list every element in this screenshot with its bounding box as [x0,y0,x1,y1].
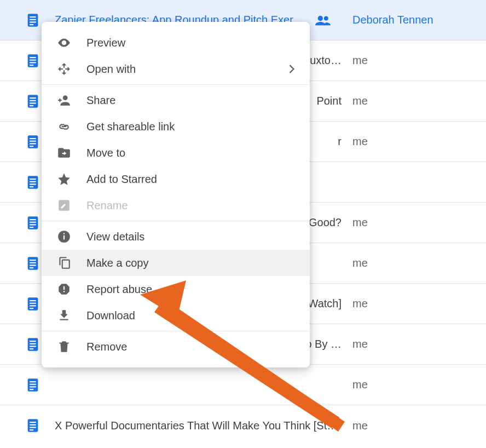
svg-rect-61 [63,236,65,240]
svg-rect-29 [30,221,36,222]
svg-rect-43 [30,341,36,342]
svg-rect-9 [30,59,36,60]
menu-item-preview[interactable]: Preview [42,30,310,56]
svg-rect-46 [30,348,33,349]
menu-label: Remove [86,341,294,353]
svg-rect-20 [30,143,36,144]
menu-item-remove[interactable]: Remove [42,334,310,360]
context-menu: Preview Open with Share Get shareable li… [42,22,310,367]
eye-icon [57,36,71,50]
menu-item-download[interactable]: Download [42,302,310,329]
svg-rect-33 [30,260,36,261]
doc-icon [25,377,40,393]
menu-label: Rename [86,199,294,212]
copy-icon [57,256,71,270]
menu-label: Open with [86,63,289,76]
svg-rect-63 [63,286,65,290]
menu-item-rename: Rename [42,192,310,219]
file-owner: me [352,338,473,351]
svg-rect-16 [30,105,33,106]
file-owner: me [352,216,473,229]
file-owner: me [352,95,473,107]
menu-item-share[interactable]: Share [42,87,310,113]
menu-item-view-details[interactable]: View details [42,223,310,250]
link-icon [57,119,71,134]
svg-rect-39 [30,302,36,303]
folder-move-icon [57,146,71,160]
svg-rect-62 [63,233,65,234]
menu-item-get-link[interactable]: Get shareable link [42,113,310,140]
svg-rect-4 [30,24,33,25]
file-owner: me [352,135,473,148]
svg-rect-41 [30,308,33,309]
svg-rect-36 [30,267,33,268]
svg-rect-53 [30,422,36,423]
svg-rect-35 [30,265,36,266]
file-owner: Deborah Tennen [352,14,473,26]
file-row[interactable]: me [0,365,486,405]
svg-rect-21 [30,146,33,147]
star-icon [57,172,71,186]
svg-rect-19 [30,140,36,141]
trash-icon [57,340,71,354]
svg-rect-8 [30,57,36,58]
svg-rect-11 [30,65,33,66]
svg-point-58 [63,95,68,100]
menu-label: Add to Starred [86,173,294,186]
svg-point-5 [318,15,323,20]
menu-label: Get shareable link [86,120,294,133]
menu-label: Move to [86,147,294,159]
svg-rect-50 [30,386,36,387]
svg-rect-54 [30,424,36,426]
menu-divider [42,221,310,221]
svg-rect-1 [30,16,36,18]
svg-rect-48 [30,381,36,382]
menu-item-report-abuse[interactable]: Report abuse [42,276,310,302]
svg-rect-23 [30,179,36,180]
doc-icon [25,418,40,433]
svg-rect-49 [30,383,36,384]
svg-point-6 [324,16,328,20]
info-icon [57,229,71,244]
svg-point-57 [63,42,65,44]
menu-item-open-with[interactable]: Open with [42,56,310,82]
menu-label: Preview [86,37,294,49]
menu-label: View details [86,231,294,243]
svg-rect-14 [30,100,36,101]
svg-rect-2 [30,19,36,20]
file-owner: me [352,257,473,269]
file-owner: me [352,420,473,432]
svg-rect-24 [30,181,36,182]
doc-icon [25,175,40,190]
menu-divider [42,84,310,85]
svg-rect-18 [30,138,36,139]
svg-rect-56 [30,429,33,430]
svg-rect-34 [30,262,36,263]
svg-rect-51 [30,389,33,390]
doc-icon [25,337,40,352]
menu-item-add-star[interactable]: Add to Starred [42,166,310,192]
svg-rect-26 [30,186,33,187]
doc-icon [25,134,40,150]
file-owner: me [352,378,473,391]
svg-rect-15 [30,102,36,104]
menu-item-make-copy[interactable]: Make a copy [42,250,310,276]
svg-rect-65 [60,319,68,320]
rename-icon [57,198,71,212]
svg-rect-40 [30,305,36,306]
report-icon [57,282,71,296]
doc-icon [25,13,40,28]
svg-rect-31 [30,227,33,228]
menu-item-move-to[interactable]: Move to [42,140,310,166]
chevron-right-icon [289,65,294,73]
doc-icon [25,53,40,68]
svg-rect-55 [30,427,36,428]
doc-icon [25,215,40,231]
svg-rect-44 [30,343,36,344]
menu-label: Download [86,309,294,322]
svg-rect-30 [30,224,36,225]
svg-rect-28 [30,219,36,220]
file-row[interactable]: X Powerful Documentaries That Will Make … [0,405,486,446]
download-icon [57,308,71,323]
file-title: X Powerful Documentaries That Will Make … [55,420,352,432]
